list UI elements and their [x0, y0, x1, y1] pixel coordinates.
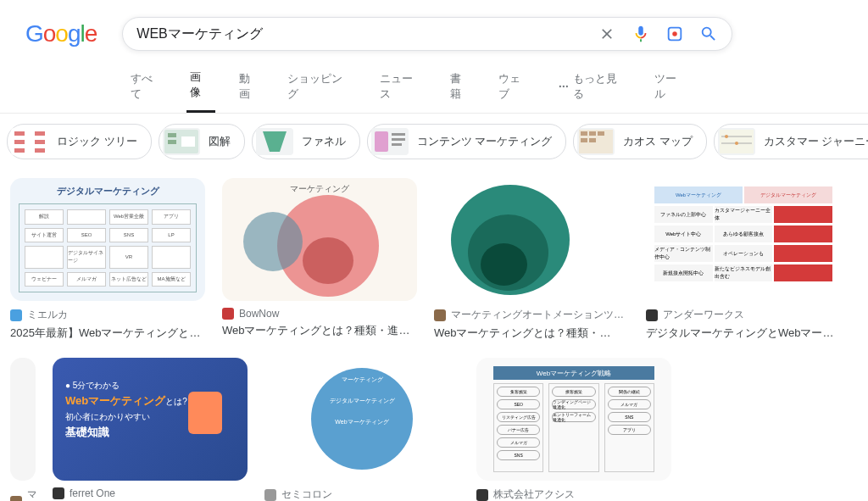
- result-card[interactable]: ● 5分でわかるWebマーケティングとは?初心者にわかりやすい基礎知識 ferr…: [53, 358, 248, 501]
- voice-search-icon[interactable]: [632, 25, 650, 43]
- search-bar: [122, 17, 732, 51]
- chip-label: ファネル: [302, 134, 346, 149]
- chip-thumb-icon: [163, 128, 200, 155]
- favicon-icon: [646, 309, 658, 321]
- chip-label: カオス マップ: [623, 134, 693, 149]
- result-source: マーケ…: [27, 487, 36, 501]
- svg-rect-21: [581, 131, 587, 136]
- tab-shopping[interactable]: ショッピング: [284, 61, 355, 112]
- svg-rect-22: [589, 131, 596, 136]
- svg-rect-13: [168, 140, 176, 144]
- result-title: Webマーケティングとは？種類・進…: [222, 323, 417, 338]
- chip-content-marketing[interactable]: コンテンツ マーケティング: [367, 124, 567, 159]
- chip-thumb-icon: [371, 128, 409, 155]
- tab-books[interactable]: 書籍: [447, 61, 475, 112]
- chip-chaos-map[interactable]: カオス マップ: [573, 124, 707, 159]
- image-results: 解説Web営業全般アプリサイト運営SEOSNSLPデジタルサイネージVRウェビナ…: [0, 170, 868, 501]
- svg-point-30: [735, 142, 738, 145]
- chip-thumb-icon: [256, 128, 293, 155]
- favicon-icon: [10, 496, 22, 501]
- result-thumbnail: ● 5分でわかるWebマーケティングとは?初心者にわかりやすい基礎知識: [53, 358, 248, 481]
- result-thumbnail: [222, 178, 417, 301]
- result-thumbnail: [434, 178, 629, 301]
- chip-diagram[interactable]: 図解: [159, 124, 245, 159]
- svg-rect-8: [35, 131, 45, 136]
- favicon-icon: [264, 489, 276, 501]
- result-card[interactable]: Webマーケティングデジタルマーケティング ファネルの上部中心カスタマージャーニ…: [646, 178, 841, 341]
- svg-point-2: [559, 85, 561, 86]
- tools-button[interactable]: ツール: [651, 61, 690, 112]
- svg-point-1: [673, 31, 678, 36]
- svg-rect-19: [392, 143, 402, 146]
- more-menu[interactable]: もっと見る: [554, 61, 630, 112]
- result-source: アンダーワークス: [663, 308, 744, 322]
- svg-point-4: [566, 85, 568, 86]
- result-title: デジタルマーケティングとWebマーケティ…: [646, 326, 841, 341]
- search-input[interactable]: [136, 26, 598, 42]
- chip-label: カスタマー ジャーニー: [764, 134, 868, 149]
- chip-thumb-icon: [718, 128, 755, 155]
- result-card[interactable]: BowNow Webマーケティングとは？種類・進…: [222, 178, 417, 341]
- favicon-icon: [10, 309, 22, 321]
- result-card[interactable]: Webマーケティング戦略 集客施策SEOリスティング広告バナー広告メルマガSNS…: [476, 358, 671, 501]
- result-source: 株式会社アクシス: [493, 487, 575, 501]
- result-thumbnail: [10, 358, 36, 481]
- svg-rect-9: [35, 140, 45, 144]
- result-title: 2025年最新】Webマーケティングとは…: [10, 326, 205, 341]
- favicon-icon: [434, 309, 446, 321]
- chip-customer-journey[interactable]: カスタマー ジャーニー: [714, 124, 868, 159]
- result-source: ミエルカ: [27, 308, 68, 322]
- svg-rect-23: [598, 131, 604, 136]
- svg-rect-16: [375, 131, 388, 152]
- result-thumbnail: Webマーケティングデジタルマーケティング ファネルの上部中心カスタマージャーニ…: [646, 178, 841, 301]
- search-tabs: すべて 画像 動画 ショッピング ニュース 書籍 ウェブ もっと見る ツール: [0, 59, 868, 114]
- svg-rect-25: [589, 138, 596, 142]
- result-source: BowNow: [239, 308, 279, 320]
- tab-all[interactable]: すべて: [127, 61, 166, 112]
- svg-point-3: [563, 85, 565, 86]
- svg-rect-6: [14, 140, 25, 144]
- chip-label: 図解: [209, 134, 231, 149]
- svg-rect-10: [35, 148, 45, 153]
- result-card[interactable]: マーケ… Webマー…: [10, 358, 36, 501]
- result-thumbnail: Webマーケティング戦略 集客施策SEOリスティング広告バナー広告メルマガSNS…: [476, 358, 671, 481]
- result-card[interactable]: マーケティングデジタルマーケティングWebマーケティング セミコロン デジタルマ…: [264, 358, 459, 501]
- chip-label: ロジック ツリー: [57, 134, 137, 149]
- chip-funnel[interactable]: ファネル: [252, 124, 360, 159]
- svg-rect-18: [392, 138, 405, 141]
- tab-videos[interactable]: 動画: [236, 61, 264, 112]
- result-source: マーケティングオートメーションツ…: [451, 308, 624, 322]
- more-label: もっと見る: [573, 71, 627, 102]
- result-thumbnail: マーケティングデジタルマーケティングWebマーケティング: [264, 358, 459, 481]
- favicon-icon: [53, 487, 64, 499]
- svg-rect-7: [14, 148, 25, 153]
- chip-thumb-icon: [577, 128, 615, 155]
- tab-news[interactable]: ニュース: [376, 61, 426, 112]
- lens-search-icon[interactable]: [665, 25, 684, 43]
- chip-thumb-icon: [11, 128, 48, 155]
- svg-rect-5: [14, 131, 25, 136]
- search-icon[interactable]: [699, 25, 718, 43]
- result-source: セミコロン: [281, 487, 332, 501]
- result-card[interactable]: 解説Web営業全般アプリサイト運営SEOSNSLPデジタルサイネージVRウェビナ…: [10, 178, 205, 341]
- svg-marker-15: [263, 131, 287, 152]
- svg-rect-24: [581, 138, 587, 142]
- result-source: ferret One: [70, 487, 115, 499]
- svg-point-29: [725, 135, 728, 138]
- tab-web[interactable]: ウェブ: [495, 61, 534, 112]
- svg-rect-12: [168, 133, 176, 137]
- google-logo[interactable]: Google: [25, 20, 97, 47]
- result-thumbnail: 解説Web営業全般アプリサイト運営SEOSNSLPデジタルサイネージVRウェビナ…: [10, 178, 205, 301]
- favicon-icon: [222, 308, 234, 320]
- tab-images[interactable]: 画像: [186, 59, 214, 113]
- svg-rect-17: [392, 133, 405, 136]
- result-card[interactable]: マーケティングオートメーションツ… Webマーケティングとは？種類・…: [434, 178, 629, 341]
- svg-rect-14: [181, 136, 195, 147]
- clear-icon[interactable]: [598, 25, 616, 43]
- favicon-icon: [476, 489, 488, 501]
- chip-logic-tree[interactable]: ロジック ツリー: [7, 124, 152, 159]
- chip-label: コンテンツ マーケティング: [417, 134, 553, 149]
- filter-chips: ロジック ツリー 図解 ファネル コンテンツ マーケティング カオス マップ カ…: [0, 114, 868, 170]
- result-title: Webマーケティングとは？種類・…: [434, 326, 629, 341]
